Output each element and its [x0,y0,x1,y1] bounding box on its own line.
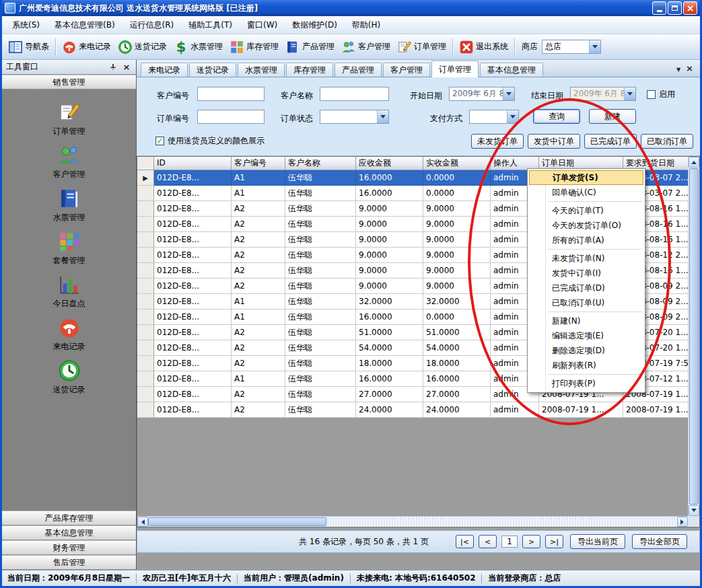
menubar-item-6[interactable]: 帮助(H) [345,16,388,34]
sidebar-item-phone[interactable]: 来电记录 [2,313,136,356]
grid-column-header[interactable]: ID [154,157,232,170]
maximize-button[interactable] [668,1,682,15]
order-status-chevron-down-icon[interactable] [377,110,388,123]
sidebar-item-combo[interactable]: 套餐管理 [2,227,136,270]
context-menu-item[interactable]: 发货中订单(I) [529,266,643,281]
minimize-button[interactable] [652,1,666,15]
store-chevron-down-icon[interactable] [589,40,600,53]
context-menu-item[interactable]: 刷新列表(R) [529,358,643,373]
scroll-down-icon[interactable] [689,505,699,516]
menubar-item-3[interactable]: 辅助工具(T) [181,16,240,34]
table-row[interactable]: 012D-E8...A2伍华聪24.000024.0000admin2008-0… [137,402,688,418]
enable-checkbox[interactable]: 启用 [647,87,675,102]
color-display-checkbox[interactable]: ✓ 使用送货员定义的颜色展示 [155,134,265,148]
pin-icon[interactable] [108,62,118,73]
sidebar-group-2[interactable]: 财务管理 [2,540,136,555]
export-current-page-button[interactable]: 导出当前页 [570,534,625,549]
sidebar-group-1[interactable]: 基本信息管理 [2,525,136,540]
next-page-button[interactable]: > [522,535,540,548]
vertical-scrollbar[interactable] [688,157,699,516]
grid-column-header[interactable]: 客户编号 [232,157,285,170]
start-date-chevron-down-icon[interactable] [503,87,514,100]
pay-method-chevron-down-icon[interactable] [507,110,518,123]
context-menu-item[interactable]: 编辑选定项(E) [529,328,643,343]
scroll-left-icon[interactable] [137,517,148,527]
delivery-toolbar-button[interactable]: 送货记录 [114,38,170,57]
tab-6[interactable]: 订单管理 [431,61,479,77]
context-menu-item[interactable]: 今天的发货订单(O) [529,218,643,233]
menubar-item-4[interactable]: 窗口(W) [240,16,285,34]
nav-toolbar-button[interactable]: 导航条 [5,38,52,57]
horizontal-scrollbar[interactable] [137,516,688,527]
context-menu-item[interactable]: 未发货订单(N) [529,251,643,266]
close-button[interactable] [683,1,697,15]
tab-list-chevron-down-icon[interactable] [676,64,680,73]
tab-close-icon[interactable] [686,63,693,73]
enable-checkbox-box[interactable] [647,90,656,99]
phone-toolbar-button[interactable]: 来电记录 [59,38,114,57]
prev-page-button[interactable]: < [479,535,497,548]
store-combo[interactable]: 总店 [542,40,601,54]
export-all-pages-button[interactable]: 导出全部页 [632,534,687,549]
order-no-input[interactable] [197,110,265,124]
context-menu-item[interactable]: 打印列表(P) [529,376,643,391]
customer-name-input[interactable] [320,87,389,101]
sidebar-group-sales[interactable]: 销售管理 [2,75,136,89]
horizontal-scroll-thumb[interactable] [148,517,326,526]
search-button[interactable]: 查询 [533,109,580,124]
menubar-item-2[interactable]: 运行信息(R) [122,16,182,34]
customer-no-input[interactable] [197,87,265,101]
sidebar-item-delivery[interactable]: 送货记录 [2,356,136,399]
completed-orders-button[interactable]: 已完成订单 [584,134,637,149]
sidebar-item-chart[interactable]: 今日盘点 [2,270,136,313]
tab-3[interactable]: 库存管理 [286,63,333,77]
color-display-checkbox-box[interactable]: ✓ [155,137,164,145]
tab-7[interactable]: 基本信息管理 [480,63,543,77]
context-menu-item[interactable]: 订单发货(S) [529,170,643,185]
grid-column-header[interactable]: 应收金额 [356,157,423,170]
last-page-button[interactable]: >| [545,535,563,548]
cancelled-orders-button[interactable]: 已取消订单 [641,134,693,149]
panel-close-icon[interactable] [121,62,132,73]
grid-column-header[interactable]: 实收金额 [423,157,491,170]
sidebar-item-customer[interactable]: 客户管理 [2,141,136,184]
tab-2[interactable]: 水票管理 [238,63,285,77]
unshipped-orders-button[interactable]: 未发货订单 [471,134,524,149]
tab-4[interactable]: 产品管理 [335,63,382,77]
sidebar-item-ticket[interactable]: 水票管理 [2,184,136,227]
grid-column-header[interactable]: 客户名称 [285,157,356,170]
menubar-item-5[interactable]: 数据维护(D) [285,16,345,34]
context-menu-item[interactable]: 已完成订单(D) [529,281,643,295]
new-button[interactable]: 新建 [589,109,636,124]
context-menu-item[interactable]: 新建(N) [529,314,643,328]
pay-method-combo[interactable] [469,110,519,124]
context-menu-item[interactable]: 已取消订单(U) [529,295,643,310]
inventory-toolbar-button[interactable]: 库存管理 [226,38,282,57]
customer-toolbar-button[interactable]: 客户管理 [338,38,394,57]
scroll-up-icon[interactable] [689,157,699,168]
sidebar-group-0[interactable]: 产品库存管理 [2,511,136,525]
tab-5[interactable]: 客户管理 [383,63,430,77]
context-menu-item[interactable]: 删除选定项(D) [529,343,643,358]
order-toolbar-button[interactable]: 订单管理 [394,38,450,57]
exit-toolbar-button[interactable]: 退出系统 [456,38,512,57]
tab-1[interactable]: 送货记录 [189,63,236,77]
sidebar-group-3[interactable]: 售后管理 [2,555,136,570]
order-status-combo[interactable] [320,110,389,124]
context-menu-item[interactable]: 回单确认(C) [529,185,643,200]
sidebar-item-order[interactable]: 订单管理 [2,98,136,141]
dollar-toolbar-button[interactable]: $水票管理 [170,38,226,57]
end-date-chevron-down-icon[interactable] [624,87,635,100]
menubar-item-1[interactable]: 基本信息管理(B) [47,16,122,34]
first-page-button[interactable]: |< [456,535,474,548]
tab-0[interactable]: 来电记录 [141,63,188,77]
start-date-picker[interactable]: 2009年 6月 8日 [449,87,515,101]
context-menu-item[interactable]: 所有的订单(A) [529,233,643,248]
product-toolbar-button[interactable]: 产品管理 [282,38,338,57]
context-menu-item[interactable]: 今天的订单(T) [529,203,643,218]
menubar-item-0[interactable]: 系统(S) [5,16,47,34]
scroll-right-icon[interactable] [677,517,688,527]
shipping-orders-button[interactable]: 发货中订单 [528,134,580,149]
page-number-input[interactable] [501,536,518,548]
vertical-scroll-thumb[interactable] [689,168,699,505]
